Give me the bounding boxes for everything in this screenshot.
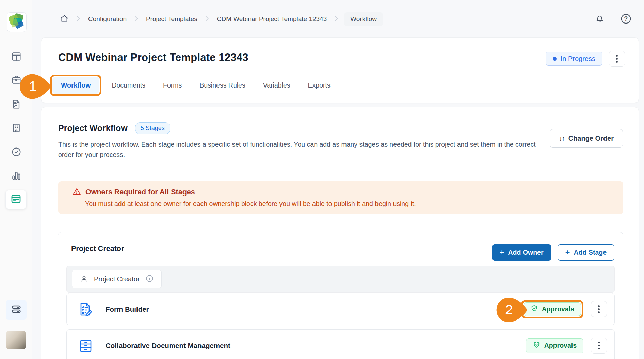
svg-text:?: ?	[624, 15, 628, 22]
topbar-actions: ?	[595, 13, 632, 26]
stage-title: Project Creator	[71, 245, 124, 253]
stage-card-project-creator: Project Creator + Add Owner + Add Stage	[58, 232, 623, 359]
workflow-row-label: Form Builder	[106, 305, 149, 313]
breadcrumb-configuration[interactable]: Configuration	[86, 12, 129, 26]
sidebar-item-analytics[interactable]	[0, 170, 32, 181]
sidebar-item-organization[interactable]	[0, 123, 32, 134]
add-stage-button[interactable]: + Add Stage	[558, 244, 614, 261]
approvals-label: Approvals	[544, 342, 577, 349]
help-icon[interactable]: ?	[620, 13, 632, 26]
app-logo[interactable]	[7, 12, 27, 32]
template-more-actions-button[interactable]	[609, 51, 625, 67]
change-order-button[interactable]: ↓↑ Change Order	[550, 129, 623, 148]
application-window: Configuration Project Templates CDM Webi…	[0, 0, 644, 359]
section-title-project-workflow: Project Workflow	[58, 123, 128, 133]
document-stack-icon	[78, 338, 94, 354]
tab-documents[interactable]: Documents	[103, 77, 154, 94]
sidebar-item-templates-active[interactable]	[5, 190, 27, 209]
annotation-highlight-workflow-tab: Workflow	[50, 75, 101, 96]
status-badge[interactable]: In Progress	[546, 52, 602, 66]
form-template-icon	[10, 193, 22, 206]
warning-banner: Owners Required for All Stages You must …	[58, 181, 623, 214]
report-document-icon	[11, 99, 22, 110]
chevron-right-icon	[335, 15, 338, 23]
row-more-actions-button[interactable]	[591, 338, 607, 354]
sidebar	[0, 0, 32, 359]
chevron-right-icon	[77, 15, 80, 23]
annotation-step-2: 2	[496, 298, 528, 322]
owner-chip-project-creator[interactable]: Project Creator	[72, 270, 162, 288]
page-title: CDM Webinar Project Template 12343	[58, 51, 248, 64]
chevron-right-icon	[206, 15, 209, 23]
approvals-button-form-builder[interactable]: Approvals	[524, 302, 581, 316]
breadcrumb-template-name[interactable]: CDM Webinar Project Template 12343	[215, 12, 329, 26]
server-icon	[11, 303, 22, 316]
breadcrumb-workflow-current[interactable]: Workflow	[344, 12, 383, 26]
section-divider	[58, 166, 623, 166]
chevron-right-icon	[135, 15, 138, 23]
status-label: In Progress	[561, 55, 595, 63]
ownership-block: Project Creator	[66, 266, 615, 293]
annotation-highlight-approvals: Approvals	[521, 300, 583, 318]
status-dot-icon	[553, 57, 557, 61]
logo-icon	[9, 13, 25, 31]
annotation-step-2-number: 2	[505, 302, 513, 318]
workflow-row-label: Collaborative Document Management	[106, 342, 230, 350]
approvals-label: Approvals	[542, 305, 574, 313]
layout-icon	[11, 51, 22, 62]
shield-check-icon	[533, 341, 541, 350]
warning-title: Owners Required for All Stages	[85, 188, 195, 197]
tab-variables[interactable]: Variables	[254, 77, 299, 94]
tab-workflow[interactable]: Workflow	[52, 77, 99, 94]
sort-arrows-icon: ↓↑	[559, 135, 564, 142]
tab-business-rules[interactable]: Business Rules	[191, 77, 254, 94]
section-description: This is the project workflow. Each stage…	[58, 139, 542, 160]
row-more-actions-button[interactable]	[591, 301, 607, 317]
shield-check-icon	[530, 305, 538, 314]
plus-icon: +	[500, 248, 504, 256]
stage-count-badge: 5 Stages	[135, 122, 170, 134]
add-owner-button[interactable]: + Add Owner	[492, 244, 551, 261]
info-icon[interactable]	[145, 274, 154, 284]
tab-bar: Workflow Documents Forms Business Rules …	[50, 75, 339, 96]
check-circle-icon	[11, 146, 22, 157]
approvals-button-cdm[interactable]: Approvals	[526, 338, 583, 353]
bar-chart-icon	[11, 170, 22, 181]
tab-exports[interactable]: Exports	[299, 77, 339, 94]
plus-icon: +	[565, 248, 570, 256]
sidebar-item-tasks[interactable]	[0, 146, 32, 157]
building-icon	[11, 123, 22, 134]
user-avatar[interactable]	[6, 331, 26, 349]
workflow-row-form-builder: Form Builder Approvals	[66, 293, 615, 325]
notifications-bell-icon[interactable]	[595, 13, 605, 26]
add-stage-label: Add Stage	[574, 249, 607, 256]
annotation-step-1: 1	[20, 74, 51, 99]
sidebar-item-dashboard[interactable]	[0, 51, 32, 62]
change-order-label: Change Order	[568, 135, 614, 142]
owner-chip-label: Project Creator	[94, 275, 140, 283]
form-builder-icon	[78, 301, 94, 317]
add-owner-label: Add Owner	[508, 249, 544, 256]
workflow-row-collaborative-document-management: Collaborative Document Management Approv…	[66, 329, 615, 359]
breadcrumb-project-templates[interactable]: Project Templates	[144, 12, 199, 26]
home-icon[interactable]	[58, 11, 71, 28]
annotation-step-1-number: 1	[29, 78, 37, 94]
warning-triangle-icon	[73, 187, 81, 197]
warning-body: You must add at least one owner for each…	[85, 200, 623, 208]
person-icon	[80, 274, 88, 284]
tab-forms[interactable]: Forms	[154, 77, 191, 94]
breadcrumb: Configuration Project Templates CDM Webi…	[58, 11, 383, 27]
sidebar-item-reports[interactable]	[0, 99, 32, 110]
sidebar-item-integrations[interactable]	[6, 300, 27, 320]
template-header-card: CDM Webinar Project Template 12343 In Pr…	[41, 37, 639, 103]
workflow-content-card: Project Workflow 5 Stages This is the pr…	[41, 107, 639, 359]
